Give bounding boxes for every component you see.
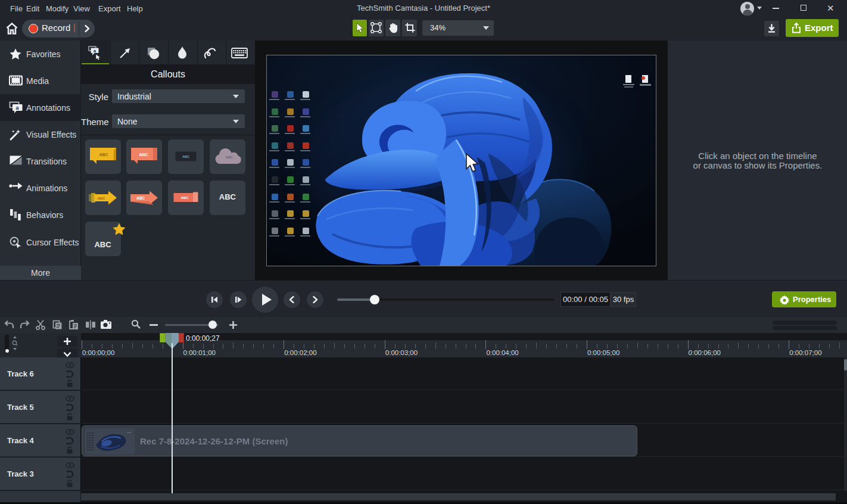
svg-text:ABC: ABC xyxy=(182,155,189,158)
svg-text:ABC: ABC xyxy=(136,196,145,200)
svg-text:ABC: ABC xyxy=(139,153,148,157)
svg-text:ABC: ABC xyxy=(181,196,189,200)
svg-text:ABC: ABC xyxy=(99,153,108,157)
svg-text:ABC: ABC xyxy=(97,197,105,200)
svg-text:ABC: ABC xyxy=(226,155,233,159)
